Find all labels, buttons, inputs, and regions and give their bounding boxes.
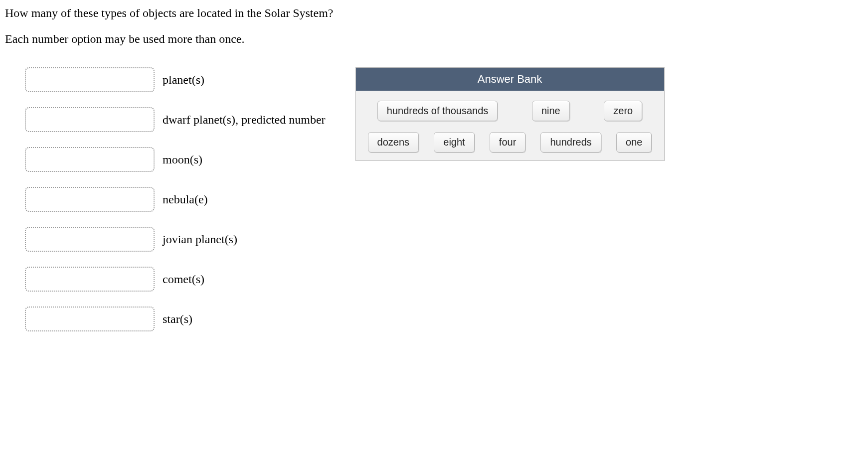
drop-row-comets: comet(s) — [25, 267, 326, 292]
drop-row-stars: star(s) — [25, 307, 326, 331]
question-line-2: Each number option may be used more than… — [5, 31, 863, 48]
drop-row-planets: planet(s) — [25, 67, 326, 92]
answer-bank-row-2: dozens eight four hundreds one — [363, 132, 657, 153]
drop-row-moons: moon(s) — [25, 147, 326, 172]
drop-zone-stars[interactable] — [25, 307, 155, 331]
answer-bank-row-1: hundreds of thousands nine zero — [363, 101, 657, 121]
chip-eight[interactable]: eight — [434, 132, 474, 153]
drop-label: comet(s) — [163, 273, 204, 286]
chip-one[interactable]: one — [616, 132, 652, 153]
answer-bank: Answer Bank hundreds of thousands nine z… — [355, 67, 665, 161]
drop-label: dwarf planet(s), predicted number — [163, 113, 326, 127]
answer-bank-body: hundreds of thousands nine zero dozens e… — [356, 91, 664, 160]
drop-zone-dwarf-planets[interactable] — [25, 107, 155, 132]
chip-four[interactable]: four — [490, 132, 525, 153]
drop-label: moon(s) — [163, 153, 202, 166]
drop-zone-comets[interactable] — [25, 267, 155, 292]
drop-label: planet(s) — [163, 73, 204, 87]
content-area: planet(s) dwarf planet(s), predicted num… — [5, 67, 863, 331]
drop-row-dwarf-planets: dwarf planet(s), predicted number — [25, 107, 326, 132]
drop-row-nebulae: nebula(e) — [25, 187, 326, 212]
drop-label: star(s) — [163, 312, 192, 326]
chip-dozens[interactable]: dozens — [368, 132, 419, 153]
drop-targets: planet(s) dwarf planet(s), predicted num… — [5, 67, 326, 331]
chip-zero[interactable]: zero — [604, 101, 642, 121]
answer-bank-title: Answer Bank — [356, 68, 664, 91]
drop-zone-moons[interactable] — [25, 147, 155, 172]
chip-hundreds-of-thousands[interactable]: hundreds of thousands — [377, 101, 498, 121]
drop-zone-nebulae[interactable] — [25, 187, 155, 212]
chip-nine[interactable]: nine — [532, 101, 570, 121]
drop-zone-jovian-planets[interactable] — [25, 227, 155, 252]
drop-label: nebula(e) — [163, 193, 208, 206]
chip-hundreds[interactable]: hundreds — [540, 132, 601, 153]
drop-label: jovian planet(s) — [163, 233, 237, 246]
question-prompt: How many of these types of objects are l… — [5, 5, 863, 47]
question-line-1: How many of these types of objects are l… — [5, 5, 863, 22]
drop-zone-planets[interactable] — [25, 67, 155, 92]
drop-row-jovian-planets: jovian planet(s) — [25, 227, 326, 252]
